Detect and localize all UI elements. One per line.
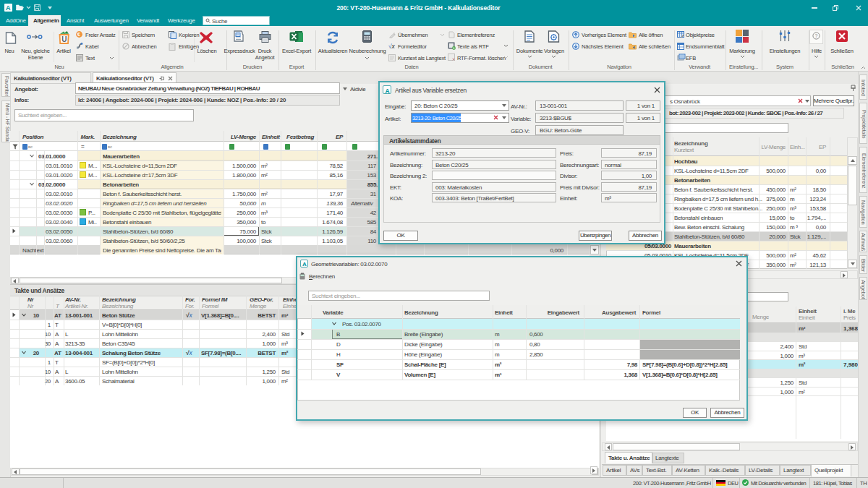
svg-text:U: U <box>61 35 67 43</box>
svg-text:?: ? <box>814 33 817 38</box>
